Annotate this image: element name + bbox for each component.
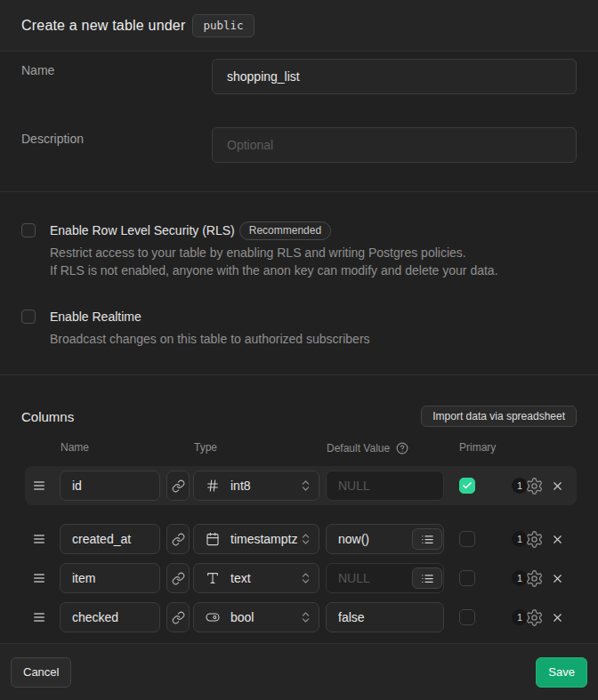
header-name: Name	[61, 441, 194, 455]
remove-column-icon[interactable]	[551, 533, 564, 546]
name-label: Name	[21, 59, 212, 77]
remove-column-icon[interactable]	[551, 611, 564, 624]
panel-title: Create a new table under	[21, 18, 185, 34]
column-default-input[interactable]	[326, 471, 444, 501]
table-description-input[interactable]	[212, 127, 577, 163]
default-suggestions-button[interactable]	[412, 567, 442, 589]
chevrons-up-down-icon	[299, 572, 312, 585]
primary-key-checkbox[interactable]	[459, 609, 475, 625]
column-name-input[interactable]	[60, 471, 160, 501]
description-label: Description	[21, 127, 212, 146]
cancel-button[interactable]: Cancel	[11, 657, 71, 688]
columns-section: Columns Import data via spreadsheet Name…	[0, 375, 598, 643]
drag-handle-icon[interactable]	[32, 571, 46, 585]
column-type-label: bool	[230, 610, 254, 624]
header-type: Type	[194, 441, 327, 455]
foreign-key-link-button[interactable]	[166, 524, 190, 554]
header-primary: Primary	[459, 441, 496, 455]
column-type-select[interactable]: int8	[193, 471, 319, 501]
column-row: bool 1	[25, 598, 577, 637]
chevrons-up-down-icon	[299, 611, 312, 624]
columns-heading: Columns	[21, 409, 74, 424]
import-spreadsheet-button[interactable]: Import data via spreadsheet	[421, 406, 577, 427]
realtime-description: Broadcast changes on this table to autho…	[50, 330, 370, 348]
rls-description: Restrict access to your table by enablin…	[50, 244, 498, 279]
settings-count-badge: 1	[512, 531, 528, 547]
gear-icon[interactable]	[525, 608, 544, 627]
save-button[interactable]: Save	[536, 657, 587, 688]
primary-key-checkbox[interactable]	[459, 478, 475, 494]
foreign-key-link-button[interactable]	[166, 471, 190, 501]
realtime-checkbox[interactable]	[21, 310, 36, 324]
column-default-input[interactable]	[326, 602, 444, 632]
gear-icon[interactable]	[525, 569, 544, 588]
link-icon	[172, 479, 185, 493]
create-table-panel: Create a new table under public Name Des…	[0, 0, 598, 700]
link-icon	[172, 611, 185, 624]
column-type-label: int8	[230, 479, 251, 493]
rls-toggle-block: Enable Row Level Security (RLS) Recommen…	[21, 223, 577, 279]
drag-handle-icon[interactable]	[32, 610, 46, 624]
primary-key-checkbox[interactable]	[459, 531, 475, 547]
realtime-toggle-block: Enable Realtime Broadcast changes on thi…	[21, 310, 577, 348]
column-type-label: text	[230, 571, 251, 585]
table-name-input[interactable]	[212, 59, 577, 94]
chevrons-up-down-icon	[299, 479, 312, 493]
default-suggestions-button[interactable]	[412, 528, 442, 550]
column-type-select[interactable]: bool	[193, 602, 319, 632]
rls-checkbox[interactable]	[21, 223, 36, 237]
realtime-label: Enable Realtime	[50, 310, 141, 324]
foreign-key-link-button[interactable]	[166, 602, 190, 632]
gear-icon[interactable]	[525, 530, 544, 549]
column-type-select[interactable]: text	[193, 563, 319, 593]
rls-label: Enable Row Level Security (RLS)	[50, 223, 235, 237]
schema-badge: public	[192, 14, 254, 37]
settings-count-badge: 1	[512, 478, 528, 494]
foreign-key-link-button[interactable]	[166, 563, 190, 593]
link-icon	[172, 533, 185, 546]
settings-count-badge: 1	[512, 609, 528, 625]
drag-handle-icon[interactable]	[32, 479, 46, 493]
remove-column-icon[interactable]	[551, 479, 564, 493]
link-icon	[172, 572, 185, 585]
recommended-badge: Recommended	[239, 221, 331, 240]
column-name-input[interactable]	[60, 524, 160, 554]
columns-table-headers: Name Type Default Value Primary	[21, 441, 577, 455]
remove-column-icon[interactable]	[551, 572, 564, 585]
table-form-section: Name Description	[0, 52, 598, 192]
column-type-label: timestamptz	[230, 532, 297, 546]
name-field-row: Name	[21, 59, 577, 94]
drag-handle-icon[interactable]	[32, 532, 46, 546]
gear-icon[interactable]	[525, 477, 544, 495]
toggles-section: Enable Row Level Security (RLS) Recommen…	[0, 192, 598, 375]
column-name-input[interactable]	[60, 563, 160, 593]
column-rows: int8 1 timestamptz 1	[21, 466, 577, 637]
column-type-select[interactable]: timestamptz	[193, 524, 319, 554]
list-icon	[421, 572, 434, 585]
panel-footer: Cancel Save	[0, 643, 598, 700]
description-field-row: Description	[21, 127, 577, 163]
panel-header: Create a new table under public	[0, 0, 598, 52]
column-row: timestamptz 1	[25, 519, 577, 559]
help-circle-icon[interactable]	[396, 442, 408, 455]
header-default-value: Default Value	[327, 442, 390, 455]
column-name-input[interactable]	[60, 602, 160, 632]
primary-key-checkbox[interactable]	[459, 570, 475, 586]
chevrons-up-down-icon	[299, 533, 312, 546]
column-row: text 1	[25, 559, 577, 598]
list-icon	[421, 533, 434, 546]
settings-count-badge: 1	[512, 570, 528, 586]
column-row: int8 1	[25, 466, 577, 505]
